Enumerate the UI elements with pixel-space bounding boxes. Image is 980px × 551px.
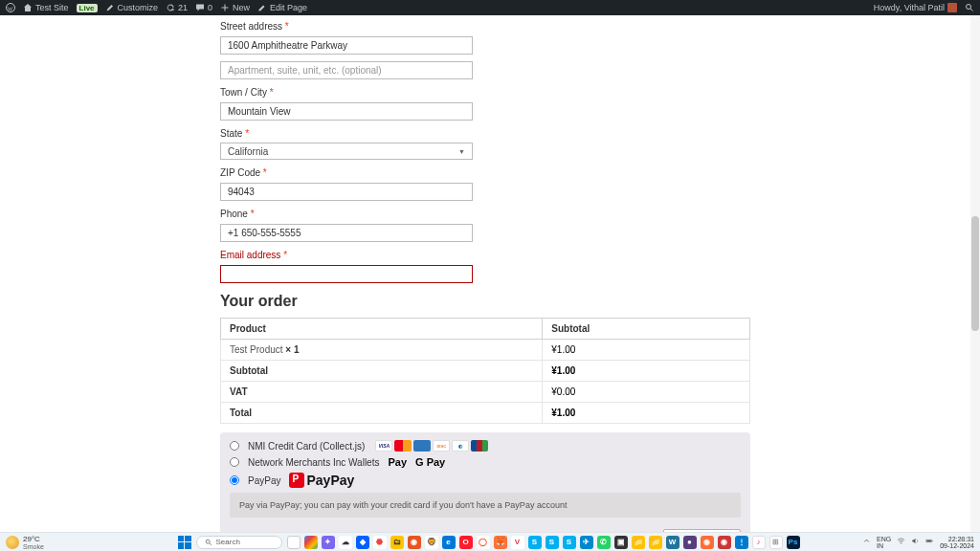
new-link[interactable]: New: [220, 3, 250, 12]
clock[interactable]: 22:28:31 09-12-2024: [940, 536, 974, 549]
mastercard-icon: [394, 440, 412, 452]
svg-rect-6: [927, 540, 932, 542]
tray-chevron-icon[interactable]: [862, 537, 871, 547]
wp-admin-bar: Test Site Live Customize 21 0 New Edit P…: [0, 0, 980, 15]
live-badge: Live: [77, 4, 98, 12]
city-input[interactable]: [220, 102, 473, 121]
phone-input[interactable]: [220, 224, 473, 242]
updates-link[interactable]: 21: [166, 3, 188, 12]
checkout-form: Street address * Town / City * State * C…: [220, 15, 750, 532]
zip-input[interactable]: [220, 183, 473, 201]
scrollbar-thumb[interactable]: [971, 216, 979, 331]
app-icon[interactable]: ⧉: [287, 536, 301, 549]
wordpress-icon[interactable]: W: [666, 536, 679, 549]
order-heading: Your order: [220, 293, 750, 310]
explorer-icon[interactable]: 📁: [632, 536, 645, 549]
edit-page-link[interactable]: Edit Page: [257, 3, 307, 12]
wp-logo[interactable]: [6, 3, 15, 12]
radio-paypay[interactable]: [230, 475, 239, 485]
volume-icon[interactable]: [911, 537, 920, 547]
email-label: Email address *: [220, 250, 750, 260]
jcb-icon: [471, 440, 488, 452]
edge-icon[interactable]: e: [442, 536, 456, 549]
weather-temp: 29°C: [23, 535, 44, 543]
app-icon[interactable]: ●: [683, 536, 697, 549]
street-input[interactable]: [220, 36, 473, 55]
zip-label: ZIP Code *: [220, 167, 750, 178]
language-indicator[interactable]: ENGIN: [877, 536, 891, 549]
paypay-logo-icon: PayPay: [289, 473, 354, 488]
email-input[interactable]: [220, 265, 473, 283]
order-table: Product Subtotal Test Product × 1 ¥1.00 …: [220, 318, 750, 424]
taskbar-weather[interactable]: 29°C Smoke: [0, 535, 115, 550]
svg-point-1: [967, 5, 971, 10]
battery-icon[interactable]: [925, 537, 934, 547]
photoshop-icon[interactable]: Ps: [787, 536, 800, 549]
opera-icon[interactable]: O: [459, 536, 473, 549]
customize-link[interactable]: Customize: [105, 3, 159, 12]
card-icons: VISA DISC ◐: [375, 440, 488, 452]
howdy-user[interactable]: Howdy, Vithal Patil: [874, 3, 957, 12]
start-button[interactable]: [178, 536, 191, 549]
comments-link[interactable]: 0: [195, 3, 212, 12]
system-tray: ENGIN 22:28:31 09-12-2024: [862, 536, 980, 549]
amex-icon: [413, 440, 431, 452]
app-icon[interactable]: 🗂: [390, 536, 404, 549]
app-icon[interactable]: ◆: [356, 536, 369, 549]
skype-icon[interactable]: S: [563, 536, 576, 549]
chevron-down-icon: ▼: [458, 148, 465, 155]
skype-icon[interactable]: S: [528, 536, 542, 549]
app-icon[interactable]: ✦: [322, 536, 335, 549]
itunes-icon[interactable]: ♪: [752, 536, 766, 549]
vscode-icon[interactable]: ⋮: [735, 536, 748, 549]
svg-rect-5: [932, 540, 933, 541]
svg-point-0: [7, 4, 15, 12]
payment-methods: NMI Credit Card (Collect.js) VISA DISC ◐…: [220, 432, 750, 532]
chrome-icon[interactable]: [304, 536, 318, 549]
search-placeholder: Search: [216, 538, 240, 546]
svg-point-3: [901, 543, 902, 544]
firefox-icon[interactable]: 🦊: [494, 536, 507, 549]
avatar: [947, 3, 957, 12]
site-name[interactable]: Test Site: [23, 3, 69, 12]
svg-point-2: [206, 540, 210, 543]
discover-icon: DISC: [433, 440, 450, 452]
windows-taskbar: 29°C Smoke Search ⧉ ✦ ☁ ◆ ⬣ 🗂 ◉ 🦁 e O ◯ …: [0, 532, 980, 551]
apartment-input[interactable]: [220, 61, 473, 79]
app-icon[interactable]: ⊞: [769, 536, 783, 549]
brave-icon[interactable]: 🦁: [425, 536, 438, 549]
app-icon[interactable]: ☁: [339, 536, 352, 549]
terminal-icon[interactable]: ▣: [614, 536, 628, 549]
diners-icon: ◐: [452, 440, 469, 452]
payment-paypay[interactable]: PayPay PayPay: [230, 473, 741, 488]
whatsapp-icon[interactable]: ✆: [597, 536, 611, 549]
payment-nmw-label: Network Merchants Inc Wallets: [248, 457, 379, 468]
radio-nmw[interactable]: [230, 457, 239, 467]
app-icon[interactable]: ⬣: [373, 536, 387, 549]
payment-paypay-label: PayPay: [248, 475, 280, 486]
table-row-total: Total ¥1.00: [221, 403, 750, 424]
scrollbar[interactable]: [970, 15, 980, 532]
col-subtotal: Subtotal: [543, 319, 750, 340]
payment-nmw[interactable]: Network Merchants Inc Wallets Pay G Pay: [230, 456, 741, 468]
taskbar-search[interactable]: Search: [196, 536, 282, 549]
app-icon[interactable]: ◯: [477, 536, 490, 549]
city-label: Town / City *: [220, 87, 750, 98]
app-icon[interactable]: V: [511, 536, 524, 549]
skype-icon[interactable]: S: [546, 536, 559, 549]
state-select[interactable]: California ▼: [220, 143, 473, 160]
street-label: Street address *: [220, 21, 750, 32]
table-row: Subtotal ¥1.00: [221, 361, 750, 382]
search-icon: [205, 539, 212, 546]
telegram-icon[interactable]: ✈: [580, 536, 593, 549]
apple-pay-icon: Pay: [388, 456, 407, 468]
radio-nmi[interactable]: [230, 441, 239, 451]
payment-nmi[interactable]: NMI Credit Card (Collect.js) VISA DISC ◐: [230, 440, 741, 452]
app-icon[interactable]: ◉: [718, 536, 731, 549]
adminbar-search-icon[interactable]: [965, 3, 974, 12]
app-icon[interactable]: ◉: [408, 536, 421, 549]
google-pay-icon: G Pay: [415, 456, 445, 468]
explorer-icon[interactable]: 📁: [649, 536, 662, 549]
wifi-icon[interactable]: [897, 537, 905, 547]
postman-icon[interactable]: ◉: [701, 536, 714, 549]
